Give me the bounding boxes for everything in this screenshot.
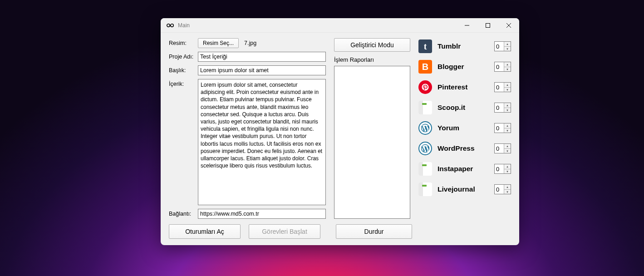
service-count-spinner[interactable]: 0▲▼ xyxy=(494,82,511,92)
select-image-button[interactable]: Resim Seç... xyxy=(198,38,239,48)
spinner-value: 0 xyxy=(495,104,504,111)
minimize-button[interactable] xyxy=(457,18,477,33)
window-controls xyxy=(457,18,519,33)
titlebar: Main xyxy=(161,18,519,33)
service-name: Scoop.it xyxy=(438,104,489,112)
middle-column: Geliştirici Modu İşlem Raporları xyxy=(334,38,410,239)
service-row-blogger: BBlogger0▲▼ xyxy=(418,59,511,74)
service-row-pinterest: Pinterest0▲▼ xyxy=(418,80,511,94)
selected-file-label: 7.jpg xyxy=(244,40,256,46)
image-row: Resim: Resim Seç... 7.jpg xyxy=(169,38,326,48)
service-row-scoopit: Scoop.it0▲▼ xyxy=(418,100,511,115)
content-row: İçerik: xyxy=(169,79,326,205)
app-window: Main Resim: Resim Seç... 7.jpg Proje Adı… xyxy=(161,18,519,245)
link-label: Bağlantı: xyxy=(169,211,194,217)
title-label: Başlık: xyxy=(169,67,194,74)
spinner-value: 0 xyxy=(495,166,504,172)
spinner-down-icon[interactable]: ▼ xyxy=(504,67,511,71)
service-row-instapaper: Instapaper0▲▼ xyxy=(418,162,511,176)
developer-mode-button[interactable]: Geliştirici Modu xyxy=(334,38,410,52)
spinner-down-icon[interactable]: ▼ xyxy=(504,128,511,133)
title-input[interactable] xyxy=(198,65,326,75)
link-input[interactable] xyxy=(198,209,326,219)
service-count-spinner[interactable]: 0▲▼ xyxy=(494,164,511,174)
spinner-down-icon[interactable]: ▼ xyxy=(504,46,511,51)
service-count-spinner[interactable]: 0▲▼ xyxy=(494,62,511,72)
window-title: Main xyxy=(178,22,190,29)
open-sessions-button[interactable]: Oturumları Aç xyxy=(169,224,241,239)
spinner-up-icon[interactable]: ▲ xyxy=(504,185,511,189)
spinner-up-icon[interactable]: ▲ xyxy=(504,62,511,67)
project-row: Proje Adı: xyxy=(169,52,326,62)
service-row-wordpress: WordPress0▲▼ xyxy=(418,141,511,156)
spinner-value: 0 xyxy=(495,84,504,91)
reports-box[interactable] xyxy=(334,66,410,219)
spinner-up-icon[interactable]: ▲ xyxy=(504,83,511,87)
spinner-value: 0 xyxy=(495,125,504,132)
app-icon xyxy=(165,21,175,30)
service-count-spinner[interactable]: 0▲▼ xyxy=(494,123,511,133)
stop-button[interactable]: Durdur xyxy=(336,224,412,239)
reports-label: İşlem Raporları xyxy=(334,56,410,63)
spinner-up-icon[interactable]: ▲ xyxy=(504,42,511,46)
spinner-down-icon[interactable]: ▼ xyxy=(504,189,511,194)
service-name: Blogger xyxy=(438,63,489,71)
service-name: Instapaper xyxy=(438,165,489,173)
spinner-value: 0 xyxy=(495,186,504,193)
service-name: WordPress xyxy=(438,144,489,153)
image-label: Resim: xyxy=(169,40,194,46)
content-textarea[interactable] xyxy=(198,79,326,205)
service-count-spinner[interactable]: 0▲▼ xyxy=(494,41,511,51)
spinner-value: 0 xyxy=(495,43,504,50)
left-column: Resim: Resim Seç... 7.jpg Proje Adı: Baş… xyxy=(169,38,326,239)
service-row-yorum: Yorum0▲▼ xyxy=(418,121,511,135)
service-count-spinner[interactable]: 0▲▼ xyxy=(494,184,511,194)
service-row-tumblr: tTumblr0▲▼ xyxy=(418,39,511,54)
service-count-spinner[interactable]: 0▲▼ xyxy=(494,103,511,113)
close-button[interactable] xyxy=(498,18,519,33)
spinner-value: 0 xyxy=(495,64,504,70)
svg-point-0 xyxy=(167,24,170,26)
spinner-up-icon[interactable]: ▲ xyxy=(504,103,511,108)
spinner-down-icon[interactable]: ▼ xyxy=(504,87,511,92)
service-count-spinner[interactable]: 0▲▼ xyxy=(494,143,511,153)
project-input[interactable] xyxy=(198,52,326,62)
maximize-button[interactable] xyxy=(477,18,498,33)
services-column: tTumblr0▲▼BBlogger0▲▼Pinterest0▲▼Scoop.i… xyxy=(418,38,511,239)
spinner-up-icon[interactable]: ▲ xyxy=(504,144,511,148)
service-name: Yorum xyxy=(438,124,489,132)
service-name: Pinterest xyxy=(438,83,489,91)
spinner-up-icon[interactable]: ▲ xyxy=(504,164,511,169)
content-area: Resim: Resim Seç... 7.jpg Proje Adı: Baş… xyxy=(161,33,519,245)
spinner-down-icon[interactable]: ▼ xyxy=(504,169,511,173)
title-row: Başlık: xyxy=(169,65,326,75)
spinner-value: 0 xyxy=(495,145,504,152)
service-row-livejournal: Livejournal0▲▼ xyxy=(418,182,511,197)
service-name: Livejournal xyxy=(438,185,489,193)
project-label: Proje Adı: xyxy=(169,54,194,60)
link-row: Bağlantı: xyxy=(169,209,326,219)
spinner-up-icon[interactable]: ▲ xyxy=(504,123,511,128)
svg-point-1 xyxy=(171,24,173,26)
start-tasks-button[interactable]: Görevleri Başlat xyxy=(249,224,320,239)
content-label: İçerik: xyxy=(169,79,194,205)
spinner-down-icon[interactable]: ▼ xyxy=(504,108,511,112)
bottom-buttons: Oturumları Aç Görevleri Başlat Durdur xyxy=(161,224,519,239)
svg-rect-3 xyxy=(486,23,490,27)
spinner-down-icon[interactable]: ▼ xyxy=(504,148,511,153)
service-name: Tumblr xyxy=(438,42,489,50)
